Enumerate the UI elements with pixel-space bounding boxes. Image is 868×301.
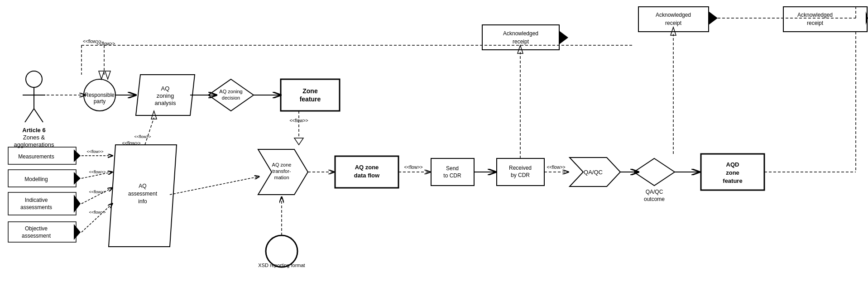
send-to-cdr-label2: to CDR <box>443 172 461 179</box>
aq-zoning-decision-label: AQ zoning <box>219 89 242 94</box>
ack-receipt-mid-label2: receipt <box>513 38 529 45</box>
modelling-label: Modelling <box>24 176 48 182</box>
ack-receipt-right-label2: receipt <box>665 20 682 26</box>
zone-feature-label2: feature <box>300 96 321 103</box>
ack-receipt-right-label: Acknowledged <box>656 12 691 18</box>
flow-meas-label: <<flow>> <box>86 149 103 154</box>
article6-label: Article 6 <box>22 127 45 134</box>
flow-assess-up-label: <<flow>> <box>134 134 151 139</box>
flow-model-label: <<flow>> <box>89 170 106 174</box>
aq-zoning-analysis-label: AQ <box>161 85 170 92</box>
responsible-party-label: Responsible <box>85 92 115 98</box>
received-by-cdr-label: Received <box>509 165 532 171</box>
flow-label-3: <<flow>> <box>547 165 565 170</box>
flow-top-label-2: <<flow>> <box>96 41 115 46</box>
measurements-label: Measurements <box>18 153 54 160</box>
aq-assessment-info-label: AQ <box>139 183 146 189</box>
aq-zone-transformation-label2: transfor- <box>273 168 291 174</box>
aq-zone-data-flow-label2: data flow <box>354 172 380 179</box>
aq-assessment-info-label2: assessment <box>128 191 158 197</box>
aq-zone-transformation-label: AQ zone <box>272 162 292 167</box>
objective-label2: assessment <box>22 233 51 239</box>
aqd-zone-feature-label3: feature <box>723 177 742 184</box>
aq-zoning-analysis-label2: zoning <box>157 92 174 99</box>
zone-feature-label: Zone <box>302 87 318 95</box>
xsd-reporting-format-label: XSD reporting format <box>258 263 305 268</box>
aq-zoning-analysis-label3: analysis <box>155 100 176 106</box>
aqd-zone-feature-label: AQD <box>726 161 739 168</box>
ack-receipt-big-label2: receipt <box>807 20 824 26</box>
indicative-label2: assessments <box>20 204 52 210</box>
flow-ind-label: <<flow>> <box>89 190 106 194</box>
objective-label: Objective <box>25 225 48 232</box>
svg-rect-6 <box>0 0 868 301</box>
flow-label-2: <<flow>> <box>404 165 422 170</box>
qa-qc-outcome-label: QA/QC <box>646 189 663 195</box>
received-by-cdr-label2: by CDR <box>511 172 530 178</box>
article6-sublabel: Zones & <box>23 134 45 141</box>
send-to-cdr-label: Send <box>446 165 459 172</box>
responsible-party-label2: party <box>94 98 106 105</box>
ack-receipt-mid-label: Acknowledged <box>503 30 538 37</box>
aq-zone-data-flow-label: AQ zone <box>355 164 379 171</box>
flow-obj-label: <<flow>> <box>89 210 106 215</box>
indicative-label: Indicative <box>25 197 48 203</box>
qa-qc-outcome-label2: outcome <box>644 196 665 202</box>
aq-zoning-decision-label2: decision <box>222 95 240 100</box>
qa-qc-label: QA/QC <box>584 169 603 176</box>
aq-assessment-info-label3: info <box>138 198 147 205</box>
aq-zone-transformation-label3: mation <box>274 175 289 180</box>
ack-receipt-big-label: Acknowledged <box>797 12 833 18</box>
aqd-zone-feature-label2: zone <box>726 169 739 176</box>
